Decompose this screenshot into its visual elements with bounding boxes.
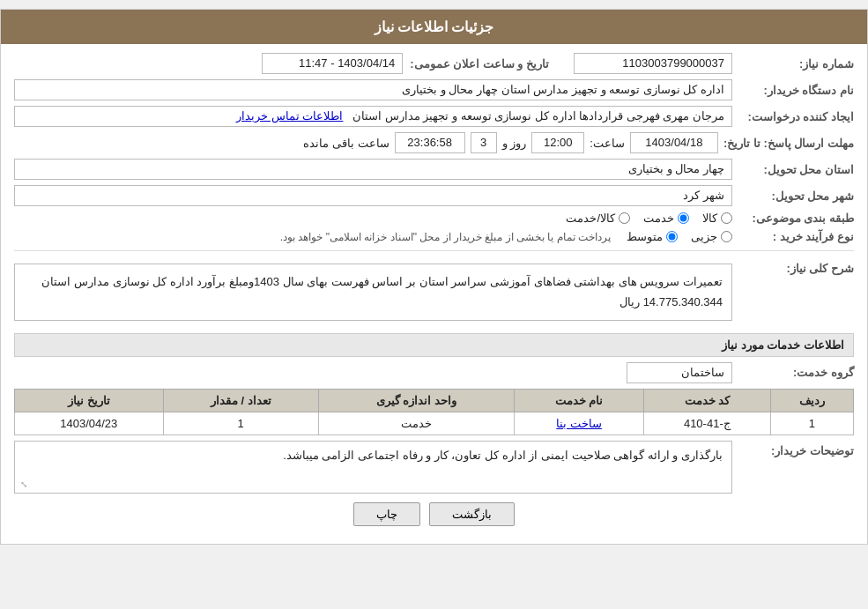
deadline-time-label: ساعت: (590, 137, 625, 150)
process-option-jozi: جزیی (691, 230, 732, 243)
deadline-day: 3 (471, 132, 497, 153)
process-motavset-radio[interactable] (666, 231, 678, 242)
creator-text: مرجان مهری فهرجی قراردادها اداره کل نوسا… (352, 109, 724, 123)
resize-handle[interactable]: ⤡ (17, 480, 27, 491)
col-header-name: نام خدمت (515, 389, 644, 412)
col-header-row: ردیف (770, 389, 853, 412)
process-motavset-label: متوسط (627, 230, 663, 243)
deadline-label: مهلت ارسال پاسخ: تا تاریخ: (723, 137, 854, 150)
col-header-date: تاریخ نیاز (15, 389, 164, 412)
cell-date: 1403/04/23 (15, 412, 164, 434)
service-group-label: گروه خدمت: (739, 366, 854, 379)
category-option-kala: کالا (702, 212, 732, 225)
service-group-row: گروه خدمت: ساختمان (14, 362, 854, 383)
process-jozi-label: جزیی (691, 230, 717, 243)
buyer-note-value: بارگذاری و ارائه گواهی صلاحیت ایمنی از ا… (283, 449, 723, 462)
back-button[interactable]: بازگشت (429, 502, 515, 526)
category-khedmat-label: خدمت (643, 212, 674, 225)
deadline-day-label: روز و (502, 137, 527, 150)
page-header: جزئیات اطلاعات نیاز (1, 10, 867, 44)
creator-value: مرجان مهری فهرجی قراردادها اداره کل نوسا… (14, 106, 732, 127)
category-option-kala-khedmat: کالا/خدمت (566, 212, 630, 225)
need-number-value: 1103003799000037 (574, 53, 732, 74)
deadline-row: مهلت ارسال پاسخ: تا تاریخ: 1403/04/18 سا… (14, 132, 854, 153)
need-number-row: شماره نیاز: 1103003799000037 تاریخ و ساع… (14, 53, 854, 74)
cell-name[interactable]: ساخت بنا (515, 412, 644, 434)
page-container: جزئیات اطلاعات نیاز شماره نیاز: 11030037… (0, 9, 868, 545)
creator-label: ایجاد کننده درخواست: (739, 110, 854, 123)
province-row: استان محل تحویل: چهار محال و بختیاری (14, 159, 854, 180)
service-group-value: ساختمان (627, 362, 732, 383)
deadline-remaining-label: ساعت باقی مانده (303, 137, 389, 150)
buyer-note-label: توضیحات خریدار: (739, 444, 854, 457)
page-title: جزئیات اطلاعات نیاز (375, 19, 494, 34)
category-kala-khedmat-radio[interactable] (619, 212, 630, 224)
need-number-label: شماره نیاز: (739, 57, 854, 71)
buyer-note-box: بارگذاری و ارائه گواهی صلاحیت ایمنی از ا… (14, 441, 732, 494)
creator-contact-link[interactable]: اطلاعات تماس خریدار (236, 109, 343, 123)
process-note: پرداخت تمام یا بخشی از مبلغ خریدار از مح… (280, 231, 611, 243)
category-option-khedmat: خدمت (643, 212, 689, 225)
deadline-time: 12:00 (531, 132, 584, 153)
category-row: طبقه بندی موضوعی: کالا خدمت کالا/خدمت (14, 212, 854, 225)
action-buttons-row: بازگشت چاپ (14, 502, 854, 526)
city-value: شهر کرد (14, 185, 732, 206)
buyer-org-label: نام دستگاه خریدار: (739, 84, 854, 97)
process-radio-group: جزیی متوسط (627, 230, 732, 243)
category-kala-khedmat-label: کالا/خدمت (566, 212, 615, 225)
province-label: استان محل تحویل: (739, 163, 854, 176)
category-kala-radio[interactable] (721, 212, 732, 224)
buyer-org-row: نام دستگاه خریدار: اداره کل نوسازی توسعه… (14, 79, 854, 100)
process-option-motavset: متوسط (627, 230, 678, 243)
divider-1 (14, 250, 854, 251)
cell-row: 1 (770, 412, 853, 434)
buyer-org-value: اداره کل نوسازی توسعه و تجهیز مدارس استا… (14, 79, 732, 100)
services-table: ردیف کد خدمت نام خدمت واحد اندازه گیری ت… (14, 389, 854, 435)
category-kala-label: کالا (702, 212, 717, 225)
province-value: چهار محال و بختیاری (14, 159, 732, 180)
announce-datetime-value: 1403/04/14 - 11:47 (262, 53, 403, 74)
cell-unit: خدمت (318, 412, 514, 434)
services-section-title: اطلاعات خدمات مورد نیاز (14, 333, 854, 357)
table-row: 1 ج-41-410 ساخت بنا خدمت 1 1403/04/23 (15, 412, 854, 434)
buyer-note-row: توضیحات خریدار: بارگذاری و ارائه گواهی ص… (14, 441, 854, 494)
process-row: نوع فرآیند خرید : جزیی متوسط پرداخت تمام… (14, 230, 854, 243)
creator-row: ایجاد کننده درخواست: مرجان مهری فهرجی قر… (14, 106, 854, 127)
description-label: شرح کلی نیاز: (739, 262, 854, 275)
category-khedmat-radio[interactable] (678, 212, 689, 224)
announce-datetime-label: تاریخ و ساعت اعلان عمومی: (410, 57, 549, 71)
cell-qty: 1 (163, 412, 318, 434)
table-header-row: ردیف کد خدمت نام خدمت واحد اندازه گیری ت… (15, 389, 854, 412)
col-header-unit: واحد اندازه گیری (318, 389, 514, 412)
deadline-date: 1403/04/18 (630, 132, 718, 153)
content-area: شماره نیاز: 1103003799000037 تاریخ و ساع… (1, 44, 867, 544)
process-jozi-radio[interactable] (721, 231, 732, 242)
col-header-qty: تعداد / مقدار (163, 389, 318, 412)
process-label: نوع فرآیند خرید : (739, 230, 854, 243)
category-radio-group: کالا خدمت کالا/خدمت (566, 212, 732, 225)
deadline-remaining: 23:36:58 (395, 132, 465, 153)
description-value: تعمیرات سرویس های بهداشتی فضاهای آموزشی … (14, 264, 732, 321)
description-row: شرح کلی نیاز: تعمیرات سرویس های بهداشتی … (14, 258, 854, 326)
city-label: شهر محل تحویل: (739, 189, 854, 203)
cell-code: ج-41-410 (644, 412, 770, 434)
print-button[interactable]: چاپ (353, 502, 420, 526)
category-label: طبقه بندی موضوعی: (739, 212, 854, 225)
col-header-code: کد خدمت (644, 389, 770, 412)
city-row: شهر محل تحویل: شهر کرد (14, 185, 854, 206)
